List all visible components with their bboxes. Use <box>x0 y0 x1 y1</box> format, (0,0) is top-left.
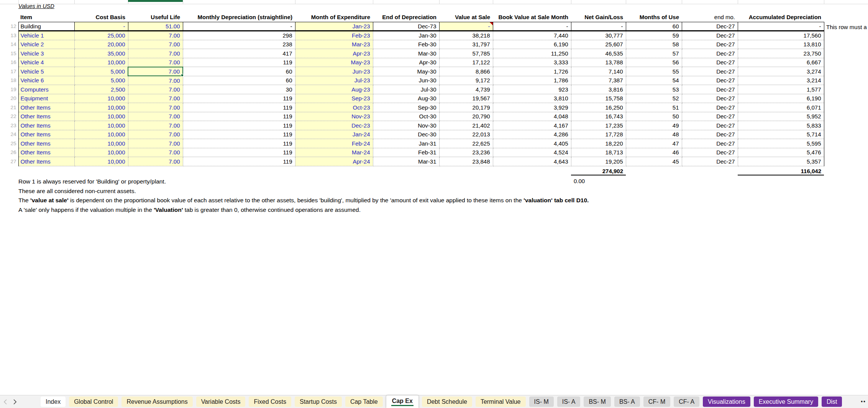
value-cell[interactable]: 17,235 <box>571 121 626 130</box>
value-cell[interactable]: 5,000 <box>74 67 128 76</box>
value-cell[interactable]: May-30 <box>373 67 439 76</box>
value-cell[interactable]: 10,000 <box>74 139 128 148</box>
accumulated-depreciation-total[interactable]: 116,042 <box>738 167 824 175</box>
row-number[interactable]: 15 <box>0 49 18 58</box>
value-cell[interactable]: Dec-73 <box>373 22 439 31</box>
value-cell[interactable]: 4,524 <box>493 148 571 157</box>
value-cell[interactable]: Aug-30 <box>373 94 439 103</box>
value-cell[interactable]: 119 <box>183 157 295 166</box>
column-header[interactable]: Item <box>18 12 74 22</box>
value-cell[interactable]: 3,274 <box>738 67 824 76</box>
value-cell[interactable]: 23,750 <box>738 49 824 58</box>
value-cell[interactable]: Dec-30 <box>373 130 439 139</box>
value-cell[interactable]: 7.00 <box>128 94 183 103</box>
value-cell[interactable]: 10,000 <box>74 148 128 157</box>
value-cell[interactable]: - <box>493 22 571 31</box>
value-cell[interactable]: 119 <box>183 148 295 157</box>
value-cell[interactable]: Dec-27 <box>682 112 738 121</box>
value-cell[interactable]: 20,000 <box>74 40 128 49</box>
value-cell[interactable]: 48 <box>626 130 682 139</box>
sheet-tab-index[interactable]: Index <box>41 397 66 407</box>
sheet-tab-executive-summary[interactable]: Executive Summary <box>754 397 818 407</box>
value-cell[interactable]: 22,013 <box>439 130 493 139</box>
value-cell[interactable]: Sep-30 <box>373 103 439 112</box>
value-cell[interactable]: 15,758 <box>571 94 626 103</box>
sheet-tab-cap-table[interactable]: Cap Table <box>345 397 383 407</box>
value-cell[interactable]: 17,122 <box>439 58 493 67</box>
item-cell[interactable]: Vehicle 1 <box>18 31 74 40</box>
value-cell[interactable]: 7.00 <box>128 58 183 67</box>
item-cell[interactable]: Vehicle 5 <box>18 67 74 76</box>
value-cell[interactable]: 7.00 <box>128 67 183 76</box>
value-cell[interactable]: - <box>183 22 295 31</box>
value-cell[interactable]: Feb-30 <box>373 40 439 49</box>
value-cell[interactable]: 7,140 <box>571 67 626 76</box>
value-cell[interactable]: 6,667 <box>738 58 824 67</box>
value-cell[interactable]: 7,387 <box>571 76 626 85</box>
value-cell[interactable]: Feb-31 <box>373 148 439 157</box>
value-cell[interactable]: Mar-30 <box>373 49 439 58</box>
value-cell[interactable]: 4,286 <box>493 130 571 139</box>
row-number[interactable]: 26 <box>0 148 18 157</box>
column-header[interactable]: Monthly Depreciation (straightline) <box>183 12 295 22</box>
row-number[interactable]: 17 <box>0 67 18 76</box>
value-cell[interactable]: 298 <box>183 31 295 40</box>
value-cell[interactable]: Dec-27 <box>682 85 738 94</box>
value-cell[interactable]: Sep-23 <box>295 94 373 103</box>
value-cell[interactable]: 60 <box>626 22 682 31</box>
value-cell[interactable]: 923 <box>493 85 571 94</box>
value-cell[interactable]: - <box>738 22 824 31</box>
value-cell[interactable]: Jul-23 <box>295 76 373 85</box>
value-cell[interactable]: 7.00 <box>128 31 183 40</box>
value-cell[interactable]: 51.00 <box>128 22 183 31</box>
value-cell[interactable]: 5,476 <box>738 148 824 157</box>
value-cell[interactable]: Aug-23 <box>295 85 373 94</box>
value-cell[interactable]: 25,607 <box>571 40 626 49</box>
value-cell[interactable]: 25,000 <box>74 31 128 40</box>
value-cell[interactable]: Dec-27 <box>682 121 738 130</box>
value-cell[interactable]: Dec-27 <box>682 103 738 112</box>
sheet-tab-cap-ex[interactable]: Cap Ex <box>386 395 418 408</box>
value-cell[interactable]: 5,714 <box>738 130 824 139</box>
item-cell[interactable]: Vehicle 3 <box>18 49 74 58</box>
value-cell[interactable]: 57,785 <box>439 49 493 58</box>
value-cell[interactable]: 10,000 <box>74 112 128 121</box>
value-cell[interactable]: Feb-24 <box>295 139 373 148</box>
value-cell[interactable]: Dec-27 <box>682 130 738 139</box>
value-cell[interactable]: 45 <box>626 157 682 166</box>
value-cell[interactable]: 5,000 <box>74 76 128 85</box>
item-cell[interactable]: Equipment <box>18 94 74 103</box>
value-cell[interactable]: 19,567 <box>439 94 493 103</box>
value-cell[interactable]: 10,000 <box>74 121 128 130</box>
value-cell[interactable]: 119 <box>183 139 295 148</box>
value-cell[interactable]: Jan-24 <box>295 130 373 139</box>
value-cell[interactable]: 1,726 <box>493 67 571 76</box>
value-cell[interactable]: Apr-24 <box>295 157 373 166</box>
value-cell[interactable]: Jan-23 <box>295 22 373 31</box>
value-cell[interactable]: Apr-23 <box>295 49 373 58</box>
row-number[interactable]: 16 <box>0 58 18 67</box>
value-cell[interactable]: 4,643 <box>493 157 571 166</box>
row-number[interactable]: 13 <box>0 31 18 40</box>
row-number[interactable]: 12 <box>0 22 18 31</box>
value-cell[interactable]: Oct-23 <box>295 103 373 112</box>
value-cell[interactable]: 54 <box>626 76 682 85</box>
value-cell[interactable]: 58 <box>626 40 682 49</box>
value-cell[interactable]: 17,560 <box>738 31 824 40</box>
row-number[interactable]: 22 <box>0 112 18 121</box>
net-gain-loss-total[interactable]: 274,902 <box>571 167 626 175</box>
value-cell[interactable]: 11,250 <box>493 49 571 58</box>
column-header[interactable]: Cost Basis <box>74 12 128 22</box>
row-number[interactable]: 19 <box>0 85 18 94</box>
value-cell[interactable]: Oct-30 <box>373 112 439 121</box>
value-cell[interactable]: Dec-27 <box>682 22 738 31</box>
value-cell[interactable]: 7.00 <box>128 112 183 121</box>
value-cell[interactable]: Dec-27 <box>682 157 738 166</box>
sheet-tab-debt-schedule[interactable]: Debt Schedule <box>422 397 472 407</box>
value-cell[interactable]: 46 <box>626 148 682 157</box>
item-cell[interactable]: Other Items <box>18 130 74 139</box>
row-number[interactable]: 18 <box>0 76 18 85</box>
value-cell[interactable]: Jul-30 <box>373 85 439 94</box>
column-header[interactable]: Book Value at Sale Month <box>493 12 571 22</box>
sheet-tab-is-m[interactable]: IS- M <box>529 397 554 407</box>
